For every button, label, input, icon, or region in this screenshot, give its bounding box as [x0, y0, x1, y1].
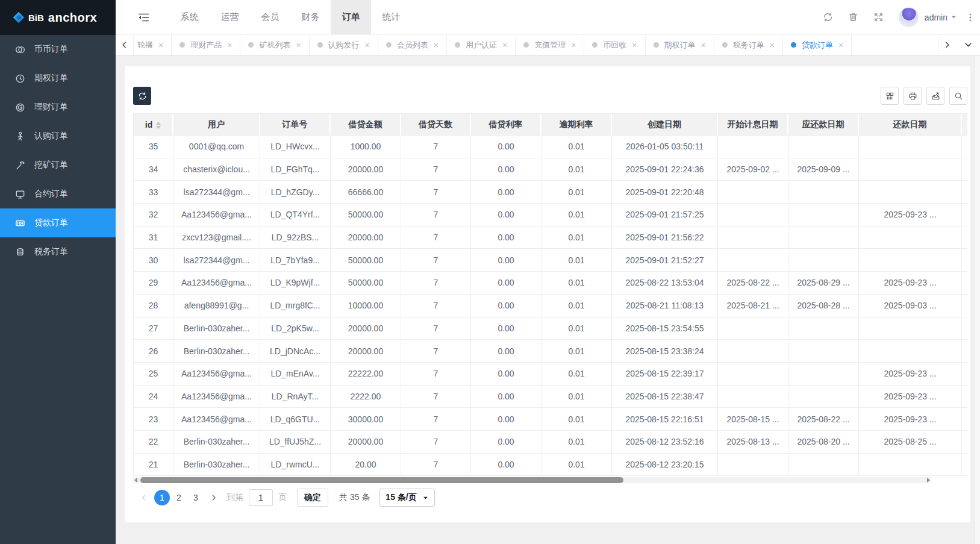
- brand-name: anchorx: [48, 11, 97, 25]
- sidebar-item-1[interactable]: 币币订单: [0, 35, 116, 64]
- cell-days: 7: [401, 454, 471, 477]
- cell-amount: 1000.00: [331, 136, 401, 158]
- tab-close-icon[interactable]: ×: [365, 40, 370, 50]
- sidebar-item-2[interactable]: 期权订单: [0, 64, 116, 93]
- sidebar-item-6[interactable]: 合约订单: [0, 180, 116, 208]
- cell-days: 7: [401, 317, 471, 340]
- pagination: 123 到第 页 确定 共 35 条 15 条/页: [137, 489, 967, 507]
- tab-close-icon[interactable]: ×: [434, 40, 439, 50]
- cell-due_date: [788, 181, 859, 204]
- table-refresh-button[interactable]: [133, 87, 151, 105]
- horizontal-scrollbar-thumb[interactable]: [140, 477, 623, 483]
- cell-overdue_rate: 0.01: [541, 317, 612, 340]
- table-row[interactable]: 29Aa123456@gma...LD_K9pWjf...50000.0070.…: [133, 272, 967, 295]
- table-row[interactable]: 34chasterix@iclou...LD_FGhTq...20000.007…: [133, 158, 967, 181]
- user-menu[interactable]: admin: [925, 13, 957, 22]
- page-button-1[interactable]: 1: [154, 490, 170, 505]
- table-row[interactable]: 22Berlin-030zaher...LD_ffUJ5hZ...20000.0…: [133, 431, 967, 454]
- search-button[interactable]: [949, 87, 967, 105]
- collapse-sidebar-button[interactable]: [137, 12, 150, 23]
- refresh-button[interactable]: [823, 12, 833, 22]
- next-page-button[interactable]: [207, 490, 221, 505]
- columns-button[interactable]: [881, 87, 899, 105]
- cell-interest_start: [718, 136, 788, 158]
- tab-11[interactable]: 贷款订单×: [783, 35, 852, 55]
- tab-close-icon[interactable]: ×: [296, 40, 301, 50]
- table-row[interactable]: 33lsa272344@gm...LD_hZGDy...66666.0070.0…: [133, 181, 967, 204]
- scroll-right-arrow-icon[interactable]: [927, 478, 930, 483]
- table-row[interactable]: 30lsa272344@gm...LD_7bYfa9...50000.0070.…: [133, 249, 967, 272]
- column-header-id[interactable]: id: [133, 113, 173, 136]
- tab-4[interactable]: 认购发行×: [310, 35, 378, 55]
- cell-overdue_rate: 0.01: [541, 295, 612, 317]
- top-nav-label: 会员: [261, 11, 279, 23]
- tab-close-icon[interactable]: ×: [838, 40, 843, 50]
- scroll-left-arrow-icon[interactable]: [134, 478, 137, 483]
- tab-3[interactable]: 矿机列表×: [240, 35, 309, 55]
- fullscreen-icon: [873, 12, 884, 22]
- tab-7[interactable]: 充值管理×: [516, 35, 584, 55]
- avatar[interactable]: [899, 7, 919, 27]
- cell-created_at: 2025-08-12 23:52:16: [612, 431, 718, 454]
- table-row[interactable]: 21Berlin-030zaher...LD_rwmcU...20.0070.0…: [133, 454, 967, 477]
- table-row[interactable]: 26Berlin-030zaher...LD_jDNcAc...20000.00…: [133, 340, 967, 363]
- tab-1[interactable]: 轮播×: [134, 35, 172, 55]
- goto-page-input[interactable]: [249, 489, 273, 506]
- top-nav-item-6[interactable]: 统计: [371, 0, 411, 34]
- cell-repay_date: 2025-09-23 ...: [859, 204, 962, 227]
- table-row[interactable]: 31zxcv123@gmail....LD_92zBS...20000.0070…: [133, 227, 967, 249]
- table-row[interactable]: 28afeng88991@g...LD_mrg8fC...10000.0070.…: [133, 295, 967, 317]
- tab-close-icon[interactable]: ×: [571, 40, 576, 50]
- tab-close-icon[interactable]: ×: [502, 40, 507, 50]
- top-nav-item-4[interactable]: 财务: [290, 0, 331, 34]
- page-size-select[interactable]: 15 条/页: [379, 489, 434, 507]
- tab-5[interactable]: 会员列表×: [378, 35, 447, 55]
- sidebar-item-7[interactable]: 贷款订单: [0, 208, 116, 237]
- page-button-3[interactable]: 3: [188, 490, 204, 505]
- tab-close-icon[interactable]: ×: [701, 40, 706, 50]
- mining-icon: [15, 160, 25, 170]
- confirm-page-button[interactable]: 确定: [297, 489, 328, 507]
- tabs-scroll-left-button[interactable]: [116, 35, 134, 55]
- table-row[interactable]: 23Aa123456@gma...LD_q6GTU...30000.0070.0…: [133, 408, 967, 431]
- tab-10[interactable]: 税务订单×: [714, 35, 783, 55]
- vertical-scrollbar[interactable]: [975, 56, 980, 544]
- cell-days: 7: [401, 181, 471, 204]
- tabs-scroll-right-button[interactable]: [938, 35, 956, 55]
- top-nav-item-5[interactable]: 订单: [331, 0, 371, 34]
- table-row[interactable]: 32Aa123456@gma...LD_QT4Yrf...50000.0070.…: [133, 204, 967, 227]
- tab-9[interactable]: 期权订单×: [646, 35, 714, 55]
- top-nav-item-1[interactable]: 系统: [169, 0, 210, 34]
- table-row[interactable]: 25Aa123456@gma...LD_mEnAv...22222.0070.0…: [133, 363, 967, 386]
- tab-close-icon[interactable]: ×: [632, 40, 637, 50]
- page-button-2[interactable]: 2: [171, 490, 187, 505]
- horizontal-scrollbar[interactable]: [133, 477, 931, 483]
- export-button[interactable]: [926, 87, 944, 105]
- prev-page-button[interactable]: [137, 490, 151, 505]
- more-options-button[interactable]: [966, 13, 975, 22]
- tab-8[interactable]: 币回收×: [584, 35, 645, 55]
- table-row[interactable]: 24Aa123456@gma...LD_RnAyT...2222.0070.00…: [133, 386, 967, 408]
- top-nav-item-3[interactable]: 会员: [250, 0, 290, 34]
- tab-close-icon[interactable]: ×: [227, 40, 232, 50]
- tab-6[interactable]: 用户认证×: [447, 35, 516, 55]
- sidebar-item-3[interactable]: 理财订单: [0, 93, 116, 122]
- cell-rate: 0.00: [471, 431, 541, 454]
- sidebar-item-8[interactable]: 税务订单: [0, 237, 116, 266]
- table-row[interactable]: 350001@qq.comLD_HWcvx...1000.0070.000.01…: [133, 136, 967, 158]
- tab-2[interactable]: 理财产品×: [172, 35, 240, 55]
- sort-icon[interactable]: [156, 122, 161, 129]
- top-nav-item-2[interactable]: 运营: [210, 0, 250, 34]
- tab-status-dot: [523, 42, 529, 48]
- tab-label: 理财产品: [190, 40, 222, 51]
- column-header-amount: 借贷金额: [331, 113, 401, 136]
- sidebar-item-5[interactable]: 挖矿订单: [0, 151, 116, 180]
- trash-button[interactable]: [848, 12, 858, 22]
- tabs-menu-button[interactable]: [956, 35, 980, 55]
- print-button[interactable]: [904, 87, 922, 105]
- tab-close-icon[interactable]: ×: [770, 40, 775, 50]
- table-row[interactable]: 27Berlin-030zaher...LD_2pK5w...20000.007…: [133, 317, 967, 340]
- fullscreen-button[interactable]: [873, 12, 884, 22]
- tab-close-icon[interactable]: ×: [158, 40, 163, 50]
- sidebar-item-4[interactable]: 认购订单: [0, 122, 116, 151]
